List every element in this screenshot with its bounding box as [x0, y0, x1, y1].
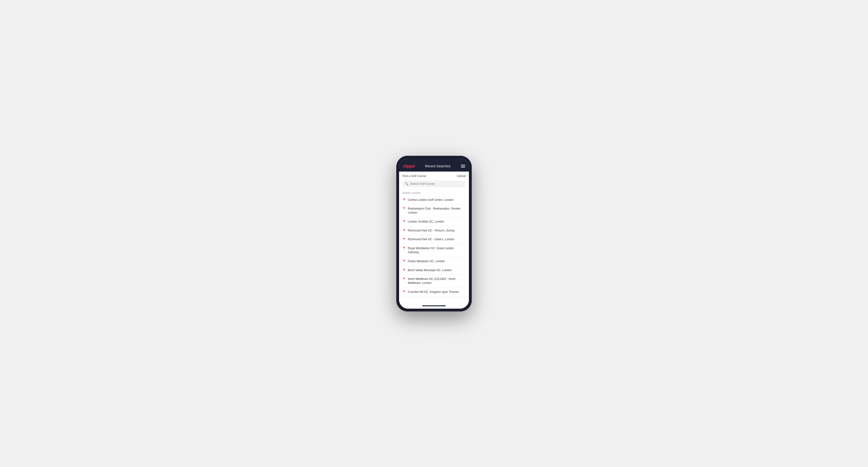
course-item[interactable]: 📍Brent Valley Municipal GC, London	[399, 266, 469, 275]
course-name: Richmond Park GC - Prince's, Surrey	[408, 229, 455, 233]
pin-icon: 📍	[402, 290, 406, 293]
nearby-label: Nearby courses	[399, 189, 469, 196]
pin-icon: 📍	[402, 277, 406, 281]
search-container: 🔍	[399, 180, 469, 189]
menu-icon[interactable]	[461, 165, 465, 167]
course-item[interactable]: 📍Royal Wimbledon GC, Great London Author…	[399, 244, 469, 257]
course-name: London Scottish GC, London	[408, 220, 444, 224]
home-bar	[422, 305, 446, 306]
course-item[interactable]: 📍North Middlesex GC (1011942 - North Mid…	[399, 275, 469, 288]
course-name: Dukes Meadows GC, London	[408, 259, 445, 263]
home-indicator	[399, 304, 469, 309]
course-list: 📍Central London Golf Centre, London📍Roeh…	[399, 196, 469, 297]
find-header: Find a Golf Course Cancel	[399, 172, 469, 180]
pin-icon: 📍	[402, 238, 406, 241]
course-item[interactable]: 📍Roehampton Club - Roehampton, Greater L…	[399, 205, 469, 217]
course-item[interactable]: 📍Coombe Hill GC, Kingston upon Thames	[399, 288, 469, 297]
course-name: Central London Golf Centre, London	[408, 198, 453, 202]
main-content: Find a Golf Course Cancel 🔍 Nearby cours…	[399, 172, 469, 304]
pin-icon: 📍	[402, 229, 406, 232]
pin-icon: 📍	[402, 207, 406, 210]
course-item[interactable]: 📍Dukes Meadows GC, London	[399, 257, 469, 266]
search-icon: 🔍	[405, 182, 408, 185]
course-name: Roehampton Club - Roehampton, Greater Lo…	[408, 207, 466, 215]
course-name: Royal Wimbledon GC, Great London Authori…	[408, 246, 466, 254]
find-label: Find a Golf Course	[402, 175, 426, 178]
cancel-button[interactable]: Cancel	[457, 175, 466, 178]
course-name: Brent Valley Municipal GC, London	[408, 268, 452, 272]
course-name: North Middlesex GC (1011942 - North Midd…	[408, 277, 466, 285]
nav-bar: clippd Recent Searches	[399, 161, 469, 172]
course-item[interactable]: 📍Richmond Park GC - Duke's, London	[399, 235, 469, 244]
phone-device: clippd Recent Searches Find a Golf Cours…	[396, 156, 472, 311]
status-bar	[399, 159, 469, 161]
nav-title: Recent Searches	[425, 164, 450, 168]
nearby-section: Nearby courses 📍Central London Golf Cent…	[399, 189, 469, 304]
pin-icon: 📍	[402, 220, 406, 223]
phone-screen: clippd Recent Searches Find a Golf Cours…	[399, 159, 469, 309]
course-item[interactable]: 📍Richmond Park GC - Prince's, Surrey	[399, 226, 469, 235]
course-name: Richmond Park GC - Duke's, London	[408, 238, 454, 241]
pin-icon: 📍	[402, 259, 406, 263]
course-name: Coombe Hill GC, Kingston upon Thames	[408, 290, 459, 294]
pin-icon: 📍	[402, 247, 406, 250]
search-box: 🔍	[402, 181, 466, 187]
course-item[interactable]: 📍Central London Golf Centre, London	[399, 196, 469, 205]
pin-icon: 📍	[402, 198, 406, 201]
search-input[interactable]	[410, 182, 463, 185]
course-item[interactable]: 📍London Scottish GC, London	[399, 217, 469, 226]
pin-icon: 📍	[402, 269, 406, 272]
app-logo: clippd	[403, 164, 415, 169]
